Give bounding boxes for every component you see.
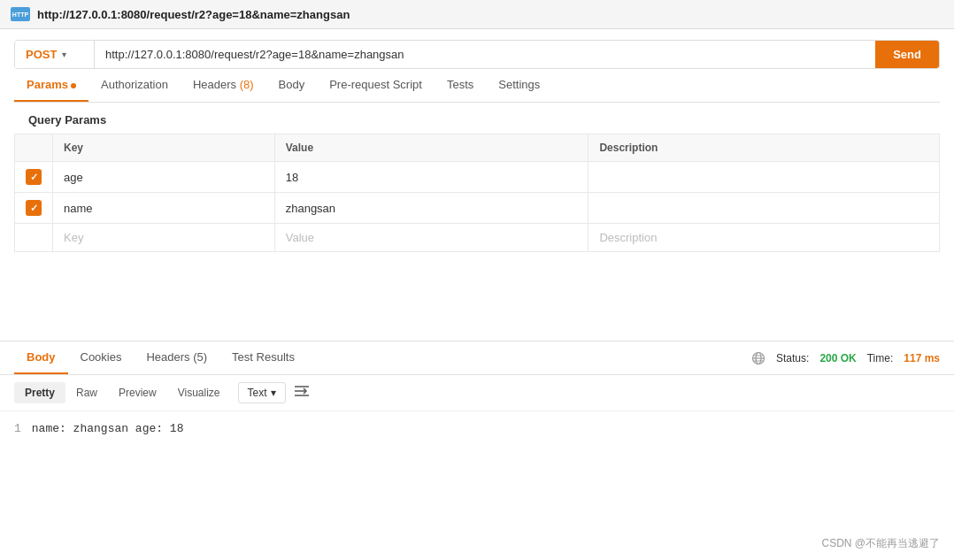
tab-body[interactable]: Body	[266, 69, 318, 102]
method-label: POST	[26, 48, 57, 61]
checkbox-name[interactable]	[26, 200, 42, 216]
response-tab-headers[interactable]: Headers (5)	[134, 341, 219, 374]
desc-placeholder[interactable]: Description	[589, 224, 940, 252]
col-checkbox	[15, 134, 53, 162]
tab-authorization[interactable]: Authorization	[88, 69, 181, 102]
request-tabs: Params Authorization Headers (8) Body Pr…	[14, 69, 940, 103]
url-input[interactable]	[95, 41, 875, 68]
response-body: 1 name: zhangsan age: 18	[0, 411, 954, 446]
tab-params[interactable]: Params	[14, 69, 88, 102]
response-status-bar: Status: 200 OK Time: 117 ms	[751, 351, 940, 365]
params-table: Key Value Description age 18	[14, 134, 940, 252]
table-row: name zhangsan	[15, 193, 940, 224]
table-header-row: Key Value Description	[15, 134, 940, 162]
col-key: Key	[53, 134, 275, 162]
params-dot	[71, 83, 76, 88]
value-placeholder[interactable]: Value	[274, 224, 589, 252]
response-tabs: Body Cookies Headers (5) Test Results St…	[0, 341, 954, 375]
request-bar: POST ▾ Send	[14, 40, 940, 69]
spacer	[14, 252, 940, 323]
key-cell-name[interactable]: name	[53, 193, 275, 224]
response-tab-test-results[interactable]: Test Results	[219, 341, 307, 374]
response-line-1: 1 name: zhangsan age: 18	[14, 422, 940, 435]
status-label: Status:	[776, 352, 809, 364]
tab-tests[interactable]: Tests	[435, 69, 486, 102]
browser-url: http://127.0.0.1:8080/request/r2?age=18&…	[37, 8, 350, 21]
desc-cell-name[interactable]	[589, 193, 940, 224]
checkbox-cell-2[interactable]	[15, 193, 53, 224]
tab-settings[interactable]: Settings	[486, 69, 552, 102]
globe-icon	[751, 351, 766, 365]
chevron-down-icon: ▾	[62, 50, 66, 59]
response-section: Body Cookies Headers (5) Test Results St…	[0, 341, 954, 446]
checkbox-age[interactable]	[26, 169, 42, 185]
key-cell-age[interactable]: age	[53, 162, 275, 193]
format-tab-pretty[interactable]: Pretty	[14, 382, 65, 403]
checkbox-cell-1[interactable]	[15, 162, 53, 193]
response-text-1: name: zhangsan age: 18	[32, 422, 184, 435]
send-button[interactable]: Send	[875, 41, 939, 68]
method-selector[interactable]: POST ▾	[15, 41, 95, 68]
main-container: POST ▾ Send Params Authorization Headers…	[0, 29, 954, 323]
table-row: age 18	[15, 162, 940, 193]
format-selector-label: Text	[248, 387, 267, 399]
response-tab-cookies[interactable]: Cookies	[68, 341, 135, 374]
status-value: 200 OK	[819, 352, 856, 364]
wrap-icon[interactable]	[293, 382, 311, 403]
format-tabs: Pretty Raw Preview Visualize Text ▾	[0, 375, 954, 411]
time-value: 117 ms	[904, 352, 940, 364]
response-tab-body[interactable]: Body	[14, 341, 68, 374]
desc-cell-age[interactable]	[589, 162, 940, 193]
format-tab-visualize[interactable]: Visualize	[167, 382, 231, 403]
format-tab-raw[interactable]: Raw	[65, 382, 108, 403]
format-tab-preview[interactable]: Preview	[108, 382, 167, 403]
col-description: Description	[589, 134, 940, 162]
http-icon: HTTP	[11, 7, 30, 21]
value-cell-name[interactable]: zhangsan	[274, 193, 589, 224]
checkbox-cell-placeholder	[15, 224, 53, 252]
query-params-title: Query Params	[14, 103, 940, 134]
time-label: Time:	[867, 352, 894, 364]
tab-prerequest-script[interactable]: Pre-request Script	[317, 69, 435, 102]
line-number-1: 1	[14, 422, 21, 435]
browser-bar: HTTP http://127.0.0.1:8080/request/r2?ag…	[0, 0, 954, 29]
col-value: Value	[274, 134, 589, 162]
value-cell-age[interactable]: 18	[274, 162, 589, 193]
chevron-down-icon: ▾	[271, 387, 276, 399]
key-placeholder[interactable]: Key	[53, 224, 275, 252]
format-selector[interactable]: Text ▾	[238, 382, 286, 403]
tab-headers[interactable]: Headers (8)	[181, 69, 266, 102]
table-row-placeholder: Key Value Description	[15, 224, 940, 252]
